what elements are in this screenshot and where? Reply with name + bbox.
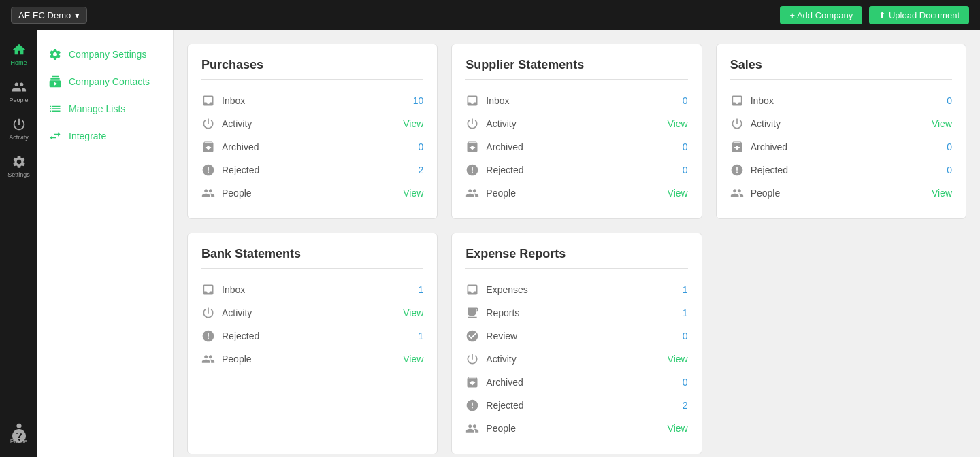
expense-reports-value[interactable]: 1 bbox=[683, 307, 688, 318]
supplier-activity-value[interactable]: View bbox=[668, 118, 688, 129]
purchases-title: Purchases bbox=[201, 58, 423, 80]
supplier-inbox-label: Inbox bbox=[486, 95, 676, 106]
sidebar-item-manage-lists[interactable]: Manage Lists bbox=[37, 95, 173, 122]
integrate-icon bbox=[48, 129, 62, 143]
sidebar-item-company-contacts[interactable]: Company Contacts bbox=[37, 68, 173, 95]
purchases-activity-value[interactable]: View bbox=[403, 118, 423, 129]
sales-activity-label: Activity bbox=[751, 118, 925, 129]
sales-card: Sales Inbox 0 Activity View Archived 0 bbox=[716, 44, 966, 219]
sales-rejected-value[interactable]: 0 bbox=[947, 165, 952, 175]
sales-archived-icon bbox=[730, 140, 744, 154]
bank-people-icon bbox=[201, 352, 215, 366]
settings-icon bbox=[12, 154, 27, 169]
bank-people-row: People View bbox=[201, 348, 423, 371]
bank-people-value[interactable]: View bbox=[403, 354, 423, 365]
bank-statements-title: Bank Statements bbox=[201, 247, 423, 269]
expense-review-value[interactable]: 0 bbox=[683, 331, 688, 341]
expense-review-row: Review 0 bbox=[466, 324, 687, 348]
supplier-rejected-label: Rejected bbox=[486, 165, 676, 175]
expense-reports-label: Reports bbox=[486, 307, 676, 318]
expense-activity-value[interactable]: View bbox=[668, 354, 688, 365]
sales-activity-icon bbox=[730, 117, 744, 131]
topbar-left: AE EC Demo ▾ bbox=[11, 7, 87, 24]
expense-people-icon bbox=[466, 422, 479, 435]
bank-inbox-icon bbox=[201, 283, 215, 297]
supplier-inbox-value[interactable]: 0 bbox=[683, 95, 688, 106]
inbox-icon bbox=[201, 94, 215, 107]
bank-inbox-value[interactable]: 1 bbox=[419, 284, 424, 295]
company-selector[interactable]: AE EC Demo ▾ bbox=[11, 7, 87, 24]
sales-archived-label: Archived bbox=[751, 141, 941, 152]
main-layout: Home People Activity Settings Profile Co… bbox=[0, 30, 980, 457]
expense-review-label: Review bbox=[486, 331, 676, 341]
manage-lists-label: Manage Lists bbox=[69, 103, 125, 114]
integrate-label: Integrate bbox=[69, 131, 106, 141]
supplier-rejected-value[interactable]: 0 bbox=[683, 165, 688, 175]
expense-archived-value[interactable]: 0 bbox=[683, 377, 688, 388]
bank-activity-value[interactable]: View bbox=[403, 307, 423, 318]
supplier-inbox-row: Inbox 0 bbox=[466, 89, 687, 112]
sales-people-value[interactable]: View bbox=[932, 188, 952, 199]
supplier-people-value[interactable]: View bbox=[668, 188, 688, 199]
expense-archived-row: Archived 0 bbox=[466, 371, 687, 394]
topbar: AE EC Demo ▾ + Add Company ⬆ Upload Docu… bbox=[0, 0, 980, 30]
purchases-rejected-value[interactable]: 2 bbox=[419, 165, 424, 175]
purchases-archived-row: Archived 0 bbox=[201, 135, 423, 158]
supplier-statements-card: Supplier Statements Inbox 0 Activity Vie… bbox=[451, 44, 702, 219]
sales-people-label: People bbox=[751, 188, 925, 199]
purchases-people-label: People bbox=[222, 188, 396, 199]
supplier-archived-value[interactable]: 0 bbox=[683, 141, 688, 152]
sales-activity-value[interactable]: View bbox=[932, 118, 952, 129]
bank-rejected-value[interactable]: 1 bbox=[419, 331, 424, 341]
expense-reports-card: Expense Reports Expenses 1 Reports 1 Rev… bbox=[451, 233, 702, 454]
expense-expenses-icon bbox=[466, 283, 479, 297]
sidebar-item-settings[interactable]: Settings bbox=[0, 149, 37, 184]
expense-rejected-value[interactable]: 2 bbox=[683, 400, 688, 411]
purchases-activity-label: Activity bbox=[222, 118, 396, 129]
sales-inbox-value[interactable]: 0 bbox=[947, 95, 952, 106]
top-cards-grid: Purchases Inbox 10 Activity View Archive… bbox=[187, 44, 966, 219]
add-company-button[interactable]: + Add Company bbox=[780, 6, 862, 24]
bank-inbox-label: Inbox bbox=[222, 284, 412, 295]
bank-rejected-row: Rejected 1 bbox=[201, 324, 423, 348]
sales-rejected-label: Rejected bbox=[751, 165, 941, 175]
purchases-archived-value[interactable]: 0 bbox=[419, 141, 424, 152]
upload-document-button[interactable]: ⬆ Upload Document bbox=[869, 6, 969, 24]
company-name: AE EC Demo bbox=[18, 10, 71, 20]
purchases-inbox-value[interactable]: 10 bbox=[413, 95, 424, 106]
bank-activity-icon bbox=[201, 306, 215, 320]
company-settings-icon bbox=[48, 48, 62, 61]
sidebar-item-home[interactable]: Home bbox=[0, 37, 37, 71]
expense-archived-label: Archived bbox=[486, 377, 676, 388]
sales-rejected-row: Rejected 0 bbox=[730, 158, 952, 182]
expense-people-label: People bbox=[486, 423, 660, 434]
purchases-people-row: People View bbox=[201, 182, 423, 205]
purchases-people-value[interactable]: View bbox=[403, 188, 423, 199]
sales-activity-row: Activity View bbox=[730, 112, 952, 135]
people-icon bbox=[12, 80, 27, 95]
purchases-rejected-label: Rejected bbox=[222, 165, 412, 175]
expense-reports-icon bbox=[466, 306, 479, 320]
expense-activity-icon bbox=[466, 352, 479, 366]
bank-rejected-label: Rejected bbox=[222, 331, 412, 341]
sidebar-item-activity[interactable]: Activity bbox=[0, 112, 37, 146]
bottom-cards-grid: Bank Statements Inbox 1 Activity View Re… bbox=[187, 233, 966, 454]
help-icon bbox=[11, 428, 27, 444]
left-sidebar: Home People Activity Settings Profile bbox=[0, 30, 37, 457]
sales-archived-value[interactable]: 0 bbox=[947, 141, 952, 152]
sidebar-people-label: People bbox=[9, 97, 28, 103]
expense-expenses-value[interactable]: 1 bbox=[683, 284, 688, 295]
expense-review-icon bbox=[466, 329, 479, 343]
sales-inbox-row: Inbox 0 bbox=[730, 89, 952, 112]
help-button[interactable] bbox=[10, 427, 29, 446]
company-settings-label: Company Settings bbox=[69, 49, 146, 60]
expense-people-row: People View bbox=[466, 417, 687, 440]
purchases-activity-row: Activity View bbox=[201, 112, 423, 135]
sidebar-item-integrate[interactable]: Integrate bbox=[37, 122, 173, 150]
purchases-inbox-row: Inbox 10 bbox=[201, 89, 423, 112]
sidebar-item-company-settings[interactable]: Company Settings bbox=[37, 41, 173, 68]
expense-people-value[interactable]: View bbox=[668, 423, 688, 434]
supplier-people-icon bbox=[466, 186, 479, 200]
sidebar-item-people[interactable]: People bbox=[0, 74, 37, 109]
sales-inbox-icon bbox=[730, 94, 744, 107]
